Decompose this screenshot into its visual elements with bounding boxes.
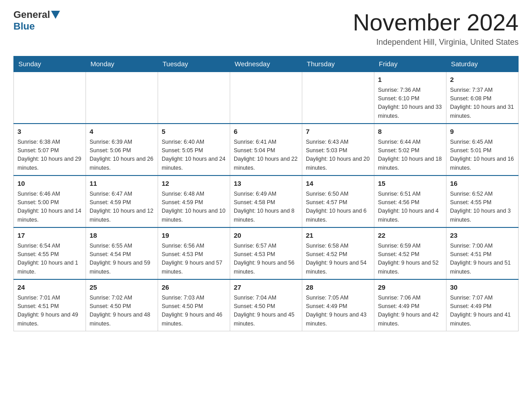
day-number: 29 <box>378 283 442 293</box>
col-thursday: Thursday <box>302 56 374 72</box>
day-number: 22 <box>378 231 442 241</box>
day-info: Sunrise: 6:50 AMSunset: 4:57 PMDaylight:… <box>306 190 370 225</box>
calendar-cell: 10Sunrise: 6:46 AMSunset: 5:00 PMDayligh… <box>14 176 86 227</box>
calendar-cell: 30Sunrise: 7:07 AMSunset: 4:49 PMDayligh… <box>446 279 519 331</box>
calendar-cell: 13Sunrise: 6:49 AMSunset: 4:58 PMDayligh… <box>230 176 302 227</box>
day-info: Sunrise: 6:58 AMSunset: 4:52 PMDaylight:… <box>306 242 370 277</box>
day-number: 28 <box>306 283 370 293</box>
day-number: 2 <box>450 75 515 85</box>
calendar-cell <box>302 72 374 124</box>
day-info: Sunrise: 7:36 AMSunset: 6:10 PMDaylight:… <box>378 86 442 121</box>
calendar-cell: 22Sunrise: 6:59 AMSunset: 4:52 PMDayligh… <box>374 227 446 279</box>
day-info: Sunrise: 6:41 AMSunset: 5:04 PMDaylight:… <box>234 138 298 173</box>
day-number: 8 <box>378 127 442 137</box>
day-number: 30 <box>450 283 515 293</box>
day-info: Sunrise: 6:52 AMSunset: 4:55 PMDaylight:… <box>450 190 515 225</box>
day-number: 19 <box>162 231 226 241</box>
calendar-cell <box>230 72 302 124</box>
day-info: Sunrise: 6:55 AMSunset: 4:54 PMDaylight:… <box>90 242 154 277</box>
day-info: Sunrise: 6:47 AMSunset: 4:59 PMDaylight:… <box>90 190 154 225</box>
day-info: Sunrise: 6:59 AMSunset: 4:52 PMDaylight:… <box>378 242 442 277</box>
day-info: Sunrise: 7:01 AMSunset: 4:51 PMDaylight:… <box>17 294 82 329</box>
calendar-cell: 9Sunrise: 6:45 AMSunset: 5:01 PMDaylight… <box>446 124 519 176</box>
day-number: 6 <box>234 127 298 137</box>
calendar-cell <box>14 72 86 124</box>
day-info: Sunrise: 6:57 AMSunset: 4:53 PMDaylight:… <box>234 242 298 277</box>
day-number: 23 <box>450 231 515 241</box>
calendar-header-row: Sunday Monday Tuesday Wednesday Thursday… <box>14 56 519 72</box>
col-wednesday: Wednesday <box>230 56 302 72</box>
day-number: 20 <box>234 231 298 241</box>
day-info: Sunrise: 7:00 AMSunset: 4:51 PMDaylight:… <box>450 242 515 277</box>
calendar-cell: 17Sunrise: 6:54 AMSunset: 4:55 PMDayligh… <box>14 227 86 279</box>
calendar-cell: 19Sunrise: 6:56 AMSunset: 4:53 PMDayligh… <box>158 227 230 279</box>
day-number: 4 <box>90 127 154 137</box>
day-number: 12 <box>162 179 226 189</box>
day-info: Sunrise: 6:43 AMSunset: 5:03 PMDaylight:… <box>306 138 370 173</box>
calendar-cell: 18Sunrise: 6:55 AMSunset: 4:54 PMDayligh… <box>86 227 158 279</box>
day-info: Sunrise: 6:39 AMSunset: 5:06 PMDaylight:… <box>90 138 154 173</box>
calendar-cell: 27Sunrise: 7:04 AMSunset: 4:50 PMDayligh… <box>230 279 302 331</box>
day-info: Sunrise: 6:40 AMSunset: 5:05 PMDaylight:… <box>162 138 226 173</box>
col-friday: Friday <box>374 56 446 72</box>
calendar-week-row: 24Sunrise: 7:01 AMSunset: 4:51 PMDayligh… <box>14 279 519 331</box>
calendar-week-row: 10Sunrise: 6:46 AMSunset: 5:00 PMDayligh… <box>14 176 519 227</box>
day-info: Sunrise: 6:56 AMSunset: 4:53 PMDaylight:… <box>162 242 226 277</box>
day-number: 9 <box>450 127 515 137</box>
day-info: Sunrise: 6:49 AMSunset: 4:58 PMDaylight:… <box>234 190 298 225</box>
calendar-cell: 4Sunrise: 6:39 AMSunset: 5:06 PMDaylight… <box>86 124 158 176</box>
day-info: Sunrise: 6:51 AMSunset: 4:56 PMDaylight:… <box>378 190 442 225</box>
day-info: Sunrise: 6:44 AMSunset: 5:02 PMDaylight:… <box>378 138 442 173</box>
calendar-cell: 26Sunrise: 7:03 AMSunset: 4:50 PMDayligh… <box>158 279 230 331</box>
day-info: Sunrise: 6:48 AMSunset: 4:59 PMDaylight:… <box>162 190 226 225</box>
calendar-cell: 8Sunrise: 6:44 AMSunset: 5:02 PMDaylight… <box>374 124 446 176</box>
day-number: 24 <box>17 283 82 293</box>
calendar-cell: 2Sunrise: 7:37 AMSunset: 6:08 PMDaylight… <box>446 72 519 124</box>
col-sunday: Sunday <box>14 56 86 72</box>
day-number: 11 <box>90 179 154 189</box>
calendar-cell: 25Sunrise: 7:02 AMSunset: 4:50 PMDayligh… <box>86 279 158 331</box>
calendar-cell: 14Sunrise: 6:50 AMSunset: 4:57 PMDayligh… <box>302 176 374 227</box>
day-info: Sunrise: 7:05 AMSunset: 4:49 PMDaylight:… <box>306 294 370 329</box>
calendar-cell: 24Sunrise: 7:01 AMSunset: 4:51 PMDayligh… <box>14 279 86 331</box>
col-monday: Monday <box>86 56 158 72</box>
calendar-cell: 1Sunrise: 7:36 AMSunset: 6:10 PMDaylight… <box>374 72 446 124</box>
day-number: 17 <box>17 231 82 241</box>
calendar-week-row: 17Sunrise: 6:54 AMSunset: 4:55 PMDayligh… <box>14 227 519 279</box>
calendar-cell: 28Sunrise: 7:05 AMSunset: 4:49 PMDayligh… <box>302 279 374 331</box>
day-number: 15 <box>378 179 442 189</box>
day-info: Sunrise: 7:04 AMSunset: 4:50 PMDaylight:… <box>234 294 298 329</box>
logo-general-text: General <box>13 9 50 21</box>
logo-triangle-icon <box>51 11 60 19</box>
calendar-cell <box>158 72 230 124</box>
col-tuesday: Tuesday <box>158 56 230 72</box>
page-header: General Blue November 2024 Independent H… <box>13 9 519 47</box>
day-info: Sunrise: 6:54 AMSunset: 4:55 PMDaylight:… <box>17 242 82 277</box>
location-subtitle: Independent Hill, Virginia, United State… <box>353 38 519 47</box>
calendar-cell: 29Sunrise: 7:06 AMSunset: 4:49 PMDayligh… <box>374 279 446 331</box>
calendar-table: Sunday Monday Tuesday Wednesday Thursday… <box>13 56 519 331</box>
calendar-cell: 5Sunrise: 6:40 AMSunset: 5:05 PMDaylight… <box>158 124 230 176</box>
day-info: Sunrise: 6:46 AMSunset: 5:00 PMDaylight:… <box>17 190 82 225</box>
calendar-week-row: 3Sunrise: 6:38 AMSunset: 5:07 PMDaylight… <box>14 124 519 176</box>
calendar-cell: 15Sunrise: 6:51 AMSunset: 4:56 PMDayligh… <box>374 176 446 227</box>
day-info: Sunrise: 6:38 AMSunset: 5:07 PMDaylight:… <box>17 138 82 173</box>
calendar-cell: 7Sunrise: 6:43 AMSunset: 5:03 PMDaylight… <box>302 124 374 176</box>
calendar-cell: 3Sunrise: 6:38 AMSunset: 5:07 PMDaylight… <box>14 124 86 176</box>
calendar-cell: 20Sunrise: 6:57 AMSunset: 4:53 PMDayligh… <box>230 227 302 279</box>
day-number: 7 <box>306 127 370 137</box>
day-info: Sunrise: 7:03 AMSunset: 4:50 PMDaylight:… <box>162 294 226 329</box>
day-info: Sunrise: 7:06 AMSunset: 4:49 PMDaylight:… <box>378 294 442 329</box>
title-area: November 2024 Independent Hill, Virginia… <box>353 9 519 47</box>
calendar-cell: 23Sunrise: 7:00 AMSunset: 4:51 PMDayligh… <box>446 227 519 279</box>
calendar-cell <box>86 72 158 124</box>
day-number: 18 <box>90 231 154 241</box>
calendar-cell: 6Sunrise: 6:41 AMSunset: 5:04 PMDaylight… <box>230 124 302 176</box>
logo-blue-text: Blue <box>13 21 35 32</box>
day-number: 26 <box>162 283 226 293</box>
day-number: 10 <box>17 179 82 189</box>
day-number: 3 <box>17 127 82 137</box>
day-number: 1 <box>378 75 442 85</box>
calendar-cell: 16Sunrise: 6:52 AMSunset: 4:55 PMDayligh… <box>446 176 519 227</box>
calendar-cell: 12Sunrise: 6:48 AMSunset: 4:59 PMDayligh… <box>158 176 230 227</box>
